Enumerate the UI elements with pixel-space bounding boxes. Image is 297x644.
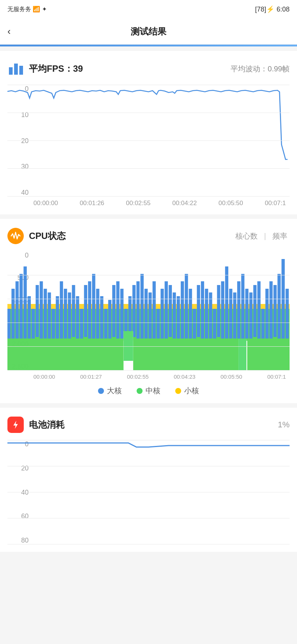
svg-rect-9 [7, 309, 11, 339]
svg-rect-51 [177, 296, 180, 339]
svg-rect-44 [148, 292, 152, 339]
svg-rect-62 [221, 281, 224, 339]
svg-rect-64 [229, 289, 232, 339]
svg-rect-42 [140, 274, 144, 339]
cpu-icon [7, 228, 24, 244]
svg-rect-70 [253, 285, 257, 337]
page-header: ‹ 测试结果 [0, 19, 297, 45]
svg-rect-29 [88, 281, 91, 339]
battery-header: 电池消耗 1% [7, 417, 290, 433]
svg-rect-48 [164, 281, 168, 339]
svg-rect-53 [185, 274, 188, 339]
svg-rect-1 [14, 64, 18, 75]
svg-rect-61 [217, 285, 221, 337]
svg-rect-37 [120, 289, 124, 339]
battery-section: 电池消耗 1% 80 60 40 20 0 [0, 408, 297, 552]
svg-rect-0 [9, 67, 13, 75]
svg-rect-19 [48, 292, 51, 339]
svg-rect-71 [257, 281, 261, 339]
svg-rect-40 [133, 285, 136, 337]
battery-chart-svg [7, 440, 290, 544]
svg-rect-2 [19, 66, 23, 75]
svg-rect-52 [181, 281, 184, 339]
svg-rect-73 [265, 289, 269, 339]
svg-rect-35 [112, 285, 115, 337]
big-core-dot [98, 388, 104, 394]
svg-rect-26 [76, 296, 79, 339]
svg-rect-54 [189, 289, 192, 339]
svg-rect-78 [285, 289, 289, 339]
svg-rect-15 [32, 309, 35, 339]
mid-core-dot [137, 388, 143, 394]
battery-title: 电池消耗 [29, 419, 65, 431]
svg-marker-83 [13, 421, 18, 429]
battery-level: [78]⚡ [255, 5, 274, 13]
fps-chart-svg [7, 85, 290, 197]
svg-rect-57 [201, 281, 204, 339]
svg-rect-23 [64, 289, 67, 339]
fps-chart-container: 40 30 20 10 0 [7, 85, 290, 207]
svg-rect-56 [197, 285, 200, 337]
status-time: [78]⚡ 6:08 [255, 5, 290, 13]
cpu-chart-container: 2,500 2,000 1,500 1,000 500 0 [7, 252, 290, 396]
cpu-x-labels: 00:00:00 00:01:27 00:02:55 00:04:23 00:0… [33, 373, 286, 380]
svg-rect-45 [153, 281, 156, 339]
svg-rect-16 [36, 285, 39, 337]
svg-rect-41 [136, 281, 140, 339]
svg-rect-67 [241, 274, 245, 339]
svg-rect-25 [72, 285, 75, 337]
svg-rect-74 [270, 281, 273, 339]
svg-rect-21 [56, 296, 59, 339]
fps-subtitle: 平均波动：0.99帧 [231, 64, 290, 74]
svg-rect-27 [80, 309, 83, 339]
svg-rect-32 [100, 296, 104, 339]
svg-rect-76 [277, 274, 281, 339]
cpu-chart-svg [7, 252, 290, 370]
svg-rect-47 [161, 289, 164, 339]
svg-rect-18 [44, 289, 47, 339]
back-button[interactable]: ‹ [7, 26, 11, 37]
svg-rect-30 [92, 274, 95, 339]
fps-header: 平均FPS：39 平均波动：0.99帧 [7, 60, 290, 78]
cpu-links[interactable]: 核心数 | 频率 [233, 231, 290, 241]
status-bar: 无服务务 📶 ✦ [78]⚡ 6:08 [0, 0, 297, 19]
svg-rect-22 [60, 281, 63, 339]
svg-rect-72 [261, 309, 265, 339]
svg-rect-80 [124, 331, 133, 361]
cpu-legend: 大核 中核 小核 [7, 386, 290, 396]
svg-rect-55 [193, 309, 196, 339]
svg-rect-33 [104, 309, 108, 339]
svg-rect-10 [12, 289, 15, 339]
svg-rect-68 [245, 289, 249, 339]
svg-rect-60 [213, 309, 216, 339]
svg-rect-11 [16, 281, 19, 339]
svg-rect-31 [96, 289, 99, 339]
svg-rect-49 [169, 285, 172, 337]
svg-rect-58 [205, 289, 208, 339]
battery-chart-container: 80 60 40 20 0 [7, 440, 290, 544]
cpu-title: CPU状态 [29, 230, 66, 242]
svg-rect-65 [233, 292, 236, 339]
svg-rect-17 [40, 281, 43, 339]
svg-rect-13 [23, 266, 27, 339]
svg-rect-50 [173, 292, 176, 339]
svg-rect-20 [52, 309, 55, 339]
cpu-header: CPU状态 核心数 | 频率 [7, 228, 290, 244]
small-core-dot [175, 388, 181, 394]
svg-rect-59 [209, 292, 212, 339]
svg-rect-34 [108, 300, 111, 339]
svg-rect-12 [20, 274, 23, 339]
page-title: 测试结果 [131, 26, 166, 38]
fps-title: 平均FPS：39 [29, 63, 83, 75]
fps-chart-icon [7, 60, 24, 78]
svg-rect-46 [157, 309, 160, 339]
svg-rect-66 [237, 281, 241, 339]
svg-rect-36 [116, 281, 120, 339]
svg-rect-24 [68, 292, 71, 339]
status-signal: 无服务务 📶 ✦ [7, 6, 47, 13]
svg-rect-28 [84, 285, 87, 337]
fps-section: 平均FPS：39 平均波动：0.99帧 40 30 20 10 0 [0, 51, 297, 214]
svg-rect-43 [144, 289, 148, 339]
svg-rect-75 [274, 285, 277, 337]
accent-bar [0, 45, 297, 46]
